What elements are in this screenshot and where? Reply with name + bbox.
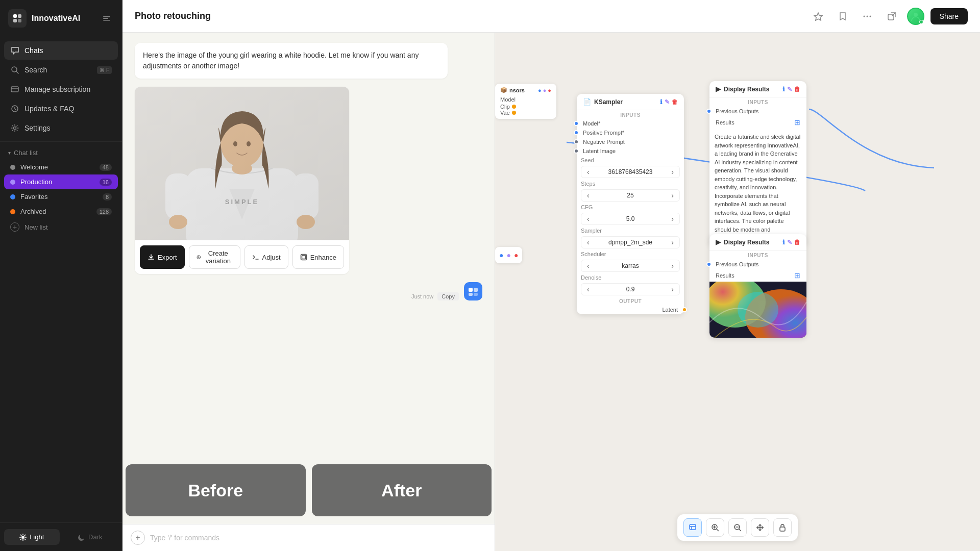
theme-toggle: Light Dark	[0, 522, 122, 551]
user-avatar[interactable]	[907, 8, 924, 25]
svg-line-64	[739, 529, 741, 531]
dark-theme-button[interactable]: Dark	[63, 529, 118, 545]
ai-message-bubble: Here's the image of the young girl weari…	[135, 43, 448, 79]
scheduler-next-button[interactable]: ›	[670, 262, 675, 270]
sidebar-item-welcome[interactable]: Welcome 48	[4, 160, 118, 174]
chat-input[interactable]	[150, 534, 486, 542]
main-content: Photo retouching	[122, 0, 980, 551]
vae-dot	[512, 111, 516, 115]
dark-theme-label: Dark	[88, 533, 102, 541]
create-variation-button[interactable]: Create variation	[189, 245, 240, 269]
svg-point-24	[866, 15, 868, 17]
search-shortcut: ⌘ F	[97, 66, 112, 74]
zoom-in-tool-button[interactable]	[706, 518, 724, 537]
denoise-next-button[interactable]: ›	[670, 285, 675, 293]
sidebar-item-archived[interactable]: Archived 128	[4, 204, 118, 219]
zoom-out-tool-button[interactable]	[728, 518, 747, 537]
move-tool-button[interactable]	[751, 518, 769, 537]
seed-prev-button[interactable]: ‹	[585, 168, 591, 176]
mini-node-card: 📦 nsors ● ● ● Model Clip Vae	[495, 84, 556, 119]
display-results-2-header: ▶ Display Results ℹ ✎ 🗑	[709, 234, 806, 251]
mini-action-2[interactable]: ●	[506, 251, 510, 259]
svg-rect-9	[11, 87, 18, 92]
mini-action-1[interactable]: ●	[499, 251, 503, 259]
svg-line-61	[717, 529, 719, 531]
share-button[interactable]: Share	[930, 8, 968, 24]
sidebar-toggle-button[interactable]	[100, 11, 114, 26]
display-1-delete-icon[interactable]: 🗑	[794, 86, 800, 93]
display-1-title: Display Results	[724, 86, 769, 93]
new-list-button[interactable]: + New list	[4, 219, 118, 235]
select-tool-button[interactable]	[683, 518, 702, 537]
steps-next-button[interactable]: ›	[670, 191, 675, 199]
more-options-button[interactable]	[858, 7, 876, 26]
node-editor-panel: 📦 nsors ● ● ● Model Clip Vae	[495, 33, 980, 551]
chat-add-button[interactable]: +	[131, 531, 145, 545]
scheduler-prev-button[interactable]: ‹	[585, 262, 591, 270]
message-metadata: Just now Copy	[411, 292, 459, 300]
display-1-actions: ℹ ✎ 🗑	[782, 86, 800, 93]
display-1-content: Create a futuristic and sleek digital ar…	[709, 129, 806, 246]
user-icon	[464, 282, 482, 300]
bookmark-button[interactable]	[834, 7, 852, 26]
sampler-next-button[interactable]: ›	[670, 238, 675, 246]
sidebar-item-updates[interactable]: Updates & FAQ	[4, 99, 118, 118]
display-1-results-row: Results ⊞	[709, 116, 806, 129]
ksampler-edit-icon[interactable]: ✎	[665, 98, 670, 106]
svg-rect-41	[135, 87, 349, 240]
display-2-info-icon[interactable]: ℹ	[782, 239, 785, 246]
mini-node-action-3[interactable]: ●	[548, 87, 551, 93]
sampler-value: dpmpp_2m_sde	[593, 239, 668, 246]
external-link-button[interactable]	[883, 7, 901, 26]
chat-list-header[interactable]: ▾ Chat list	[4, 146, 118, 160]
ksampler-info-icon[interactable]: ℹ	[660, 98, 663, 106]
display-2-prev-outputs: Previous Outputs	[709, 259, 806, 269]
sensors-label: nsors	[509, 87, 525, 93]
seed-next-button[interactable]: ›	[670, 168, 675, 176]
sampler-prev-button[interactable]: ‹	[585, 238, 591, 246]
ksampler-negative-row: Negative Prompt	[577, 137, 684, 146]
light-theme-button[interactable]: Light	[4, 529, 60, 545]
subscription-icon	[10, 85, 19, 94]
chat-image-container: SIMPLE	[135, 87, 349, 274]
image-action-buttons: Export Create variation	[135, 240, 349, 274]
sidebar-item-favorites[interactable]: Favorites 8	[4, 189, 118, 204]
enhance-button[interactable]: Enhance	[292, 245, 344, 269]
lock-tool-button[interactable]	[773, 518, 792, 537]
display-1-edit-icon[interactable]: ✎	[787, 86, 792, 93]
export-button[interactable]: Export	[140, 245, 185, 269]
cfg-label: CFG	[577, 203, 684, 212]
svg-point-54	[738, 292, 778, 328]
display-1-info-icon[interactable]: ℹ	[782, 86, 785, 93]
sidebar-item-subscription[interactable]: Manage subscription	[4, 80, 118, 98]
adjust-label: Adjust	[262, 254, 281, 261]
adjust-button[interactable]: Adjust	[244, 245, 288, 269]
denoise-prev-button[interactable]: ‹	[585, 285, 591, 293]
display-2-image	[709, 282, 806, 338]
copy-button[interactable]: Copy	[437, 292, 459, 300]
light-theme-label: Light	[30, 533, 44, 541]
sidebar-logo: InnovativeAI	[0, 0, 122, 37]
ksampler-delete-icon[interactable]: 🗑	[672, 98, 678, 106]
display-2-inputs-label: INPUTS	[709, 251, 806, 259]
cfg-prev-button[interactable]: ‹	[585, 215, 591, 223]
display-2-title: Display Results	[724, 239, 769, 246]
svg-rect-2	[13, 19, 17, 22]
mini-action-3[interactable]: ●	[514, 251, 518, 259]
display-2-edit-icon[interactable]: ✎	[787, 239, 792, 246]
cfg-next-button[interactable]: ›	[670, 215, 675, 223]
sidebar-item-chats[interactable]: Chats	[4, 41, 118, 60]
sidebar-item-production[interactable]: Production 16	[4, 174, 118, 189]
svg-rect-46	[302, 256, 305, 259]
svg-marker-22	[814, 13, 822, 20]
new-list-plus-icon: +	[10, 222, 19, 232]
star-button[interactable]	[809, 7, 827, 26]
svg-rect-4	[103, 16, 110, 17]
mini-node-action-1[interactable]: ●	[538, 87, 542, 93]
sidebar-item-search[interactable]: Search ⌘ F	[4, 61, 118, 79]
steps-prev-button[interactable]: ‹	[585, 191, 591, 199]
sidebar-item-settings[interactable]: Settings	[4, 119, 118, 137]
mini-node-action-2[interactable]: ●	[543, 87, 547, 93]
chats-icon	[10, 46, 19, 55]
display-2-delete-icon[interactable]: 🗑	[794, 239, 800, 246]
